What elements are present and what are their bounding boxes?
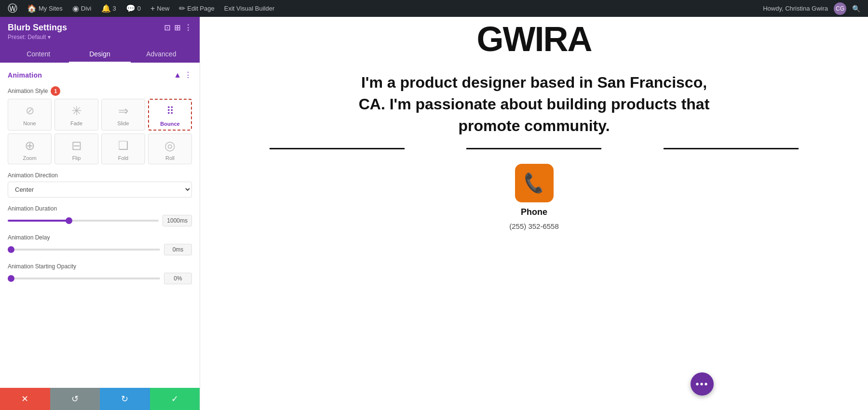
animation-duration-field: Animation Duration 1000ms <box>8 205 192 226</box>
anim-delay-slider-row: 0ms <box>8 244 192 255</box>
anim-delay-slider-container <box>8 249 160 251</box>
anim-direction-label: Animation Direction <box>8 172 192 179</box>
anim-bounce-icon: ⠿ <box>166 104 174 119</box>
animation-badge: 1 <box>51 86 60 96</box>
anim-flip-icon: ⊟ <box>71 138 82 153</box>
anim-none-icon: ⊘ <box>26 103 34 119</box>
pencil-icon: ✏ <box>179 4 185 13</box>
animation-opacity-field: Animation Starting Opacity 0% <box>8 263 192 284</box>
admin-bar-comments-count: 3 <box>113 5 116 12</box>
plus-icon: + <box>150 4 155 13</box>
anim-style-none[interactable]: ⊘ None <box>8 99 52 131</box>
admin-bar-new[interactable]: + New <box>147 0 173 17</box>
page-content: GWIRA I'm a product designer based in Sa… <box>200 17 868 410</box>
divider-line-2 <box>466 148 601 149</box>
anim-fold-icon: ❑ <box>118 138 129 153</box>
anim-none-label: None <box>23 120 36 126</box>
anim-roll-label: Roll <box>165 155 175 161</box>
anim-fold-label: Fold <box>118 155 128 161</box>
admin-bar-right: Howdy, Christina Gwira CG 🔍 <box>759 2 864 15</box>
divider-line-1 <box>270 148 405 149</box>
action-bar: ✕ ↺ ↻ ✓ <box>0 388 200 410</box>
blurb-phone: 📞 Phone (255) 352-6558 <box>505 164 563 230</box>
redo-button[interactable]: ↻ <box>100 388 150 410</box>
divider-row <box>200 148 868 149</box>
anim-style-flip[interactable]: ⊟ Flip <box>54 133 98 164</box>
anim-style-label-row: Animation Style 1 <box>8 86 192 96</box>
section-title: Animation <box>8 71 42 79</box>
panel-icon-grid[interactable]: ⊞ <box>174 23 180 32</box>
fab-dots: ••• <box>695 379 708 390</box>
fab-button[interactable]: ••• <box>691 372 714 396</box>
anim-duration-slider-row: 1000ms <box>8 215 192 226</box>
animation-opacity-slider[interactable] <box>8 278 160 279</box>
admin-bar-comments[interactable]: 🔔 3 <box>97 0 120 17</box>
undo-button[interactable]: ↺ <box>50 388 100 410</box>
anim-duration-label: Animation Duration <box>8 205 192 212</box>
animation-duration-value[interactable]: 1000ms <box>163 215 192 226</box>
anim-slide-icon: ⇒ <box>118 103 129 119</box>
blurb-phone-title: Phone <box>521 207 547 217</box>
panel-preset[interactable]: Preset: Default <box>8 34 192 41</box>
panel-icon-screen[interactable]: ⊡ <box>164 23 170 32</box>
main-area: Blurb Settings ⊡ ⊞ ⋮ Preset: Default Con… <box>0 17 868 410</box>
wp-logo-icon[interactable]: Ⓦ <box>4 2 21 15</box>
animation-direction-field: Animation Direction Top Center Bottom Le… <box>8 172 192 198</box>
anim-style-fade[interactable]: ✳ Fade <box>54 99 98 131</box>
animation-section-heading: Animation ▲ ⋮ <box>8 70 192 79</box>
anim-style-label-text: Animation Style <box>8 88 48 94</box>
section-controls: ▲ ⋮ <box>174 70 192 79</box>
animation-delay-value[interactable]: 0ms <box>164 244 192 255</box>
admin-bar-comments2-count: 0 <box>137 5 141 12</box>
anim-zoom-icon: ⊕ <box>25 138 35 153</box>
anim-style-bounce[interactable]: ⠿ Bounce <box>148 99 192 131</box>
admin-bar-exit-vb[interactable]: Exit Visual Builder <box>220 0 279 17</box>
anim-style-slide[interactable]: ⇒ Slide <box>101 99 145 131</box>
admin-bar-divi[interactable]: ◉ Divi <box>68 0 95 17</box>
panel-body: Animation ▲ ⋮ Animation Style 1 ⊘ None <box>0 63 200 388</box>
hero-text: I'm a product designer based in San Fran… <box>346 72 722 136</box>
anim-bounce-label: Bounce <box>160 121 179 127</box>
tab-content[interactable]: Content <box>8 46 69 63</box>
blurb-phone-icon-wrap: 📞 <box>515 164 554 202</box>
admin-bar-comments2[interactable]: 💬 0 <box>122 0 145 17</box>
anim-duration-slider-container <box>8 220 159 222</box>
panel-icon-menu[interactable]: ⋮ <box>184 23 192 32</box>
admin-bar-edit-page-label: Edit Page <box>187 5 214 12</box>
divider-line-3 <box>664 148 799 149</box>
divi-icon: ◉ <box>72 4 79 13</box>
anim-style-zoom[interactable]: ⊕ Zoom <box>8 133 52 164</box>
section-collapse-icon[interactable]: ▲ <box>174 71 181 79</box>
anim-roll-icon: ◎ <box>164 138 176 153</box>
panel-title-text: Blurb Settings <box>8 23 67 33</box>
home-icon: 🏠 <box>27 4 37 13</box>
animation-delay-slider[interactable] <box>8 249 160 251</box>
cancel-button[interactable]: ✕ <box>0 388 50 410</box>
anim-style-fold[interactable]: ❑ Fold <box>101 133 145 164</box>
animation-duration-slider[interactable] <box>8 220 159 222</box>
phone-icon: 📞 <box>522 172 547 195</box>
save-button[interactable]: ✓ <box>150 388 200 410</box>
tab-design[interactable]: Design <box>69 46 130 63</box>
animation-delay-field: Animation Delay 0ms <box>8 234 192 255</box>
section-menu-icon[interactable]: ⋮ <box>184 70 192 79</box>
animation-direction-select[interactable]: Top Center Bottom Left Right <box>8 182 192 198</box>
admin-bar-mysites[interactable]: 🏠 My Sites <box>23 0 67 17</box>
blurb-section: 📞 Phone (255) 352-6558 <box>200 164 868 230</box>
anim-zoom-label: Zoom <box>23 155 36 161</box>
animation-style-field: Animation Style 1 ⊘ None ✳ Fade <box>8 86 192 164</box>
search-icon[interactable]: 🔍 <box>848 5 864 13</box>
anim-fade-label: Fade <box>70 120 82 126</box>
avatar: CG <box>834 2 846 15</box>
settings-panel: Blurb Settings ⊡ ⊞ ⋮ Preset: Default Con… <box>0 17 200 410</box>
panel-title-icons: ⊡ ⊞ ⋮ <box>164 23 192 32</box>
tab-advanced[interactable]: Advanced <box>131 46 192 63</box>
comment-icon: 💬 <box>126 4 136 13</box>
panel-tabs: Content Design Advanced <box>8 46 192 63</box>
admin-bar-divi-label: Divi <box>81 5 92 12</box>
animation-opacity-value[interactable]: 0% <box>164 273 192 284</box>
anim-style-roll[interactable]: ◎ Roll <box>148 133 192 164</box>
admin-bar-edit-page[interactable]: ✏ Edit Page <box>175 0 218 17</box>
anim-flip-label: Flip <box>72 155 81 161</box>
bell-icon: 🔔 <box>101 4 111 13</box>
